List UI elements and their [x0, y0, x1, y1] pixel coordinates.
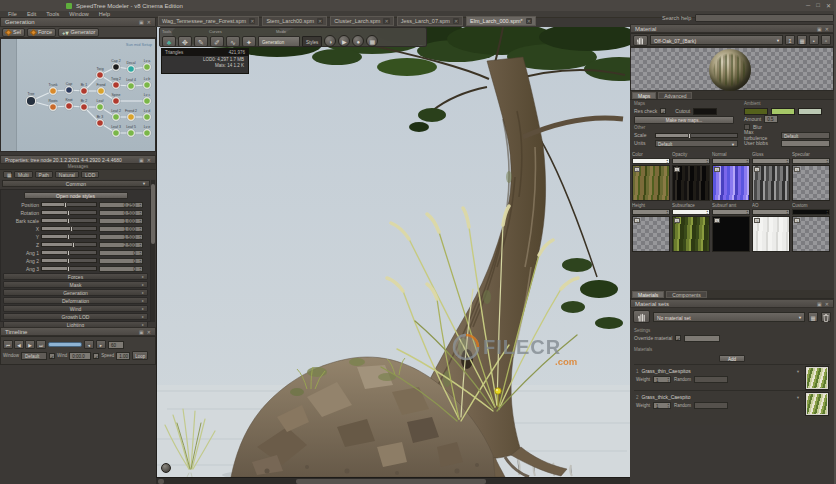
play-button[interactable]: ▶: [25, 340, 35, 349]
new-material-icon[interactable]: ▪: [809, 35, 819, 45]
search-help-input[interactable]: [695, 14, 834, 22]
grid-icon[interactable]: ▦: [797, 35, 807, 45]
property-value-field[interactable]: 0▴▾: [99, 258, 143, 264]
property-value-field[interactable]: 0▴▾: [99, 250, 143, 256]
generator-node[interactable]: Leaf 5: [126, 125, 136, 137]
properties-group-dropdown[interactable]: Common▼: [2, 180, 150, 187]
ambient-color-swatch[interactable]: [771, 108, 795, 115]
viewport-scrollbar[interactable]: [156, 477, 630, 484]
units-dropdown[interactable]: Default▼: [655, 140, 738, 147]
material-item-name[interactable]: Grass_thin_Caespitos: [642, 368, 691, 374]
random-field[interactable]: [694, 376, 728, 383]
generator-node[interactable]: Knot: [65, 98, 73, 110]
wind-checkbox[interactable]: ✓: [49, 353, 55, 359]
edit-map-icon[interactable]: ✎: [634, 167, 640, 172]
show-tree-button[interactable]: ♣: [162, 36, 176, 47]
property-value-field[interactable]: 0.500▴▾: [99, 210, 143, 216]
document-tab[interactable]: Wag_Tennessee_rare_Forest.spm✕: [158, 16, 259, 26]
map-source-selector[interactable]: ▴▾: [672, 209, 710, 215]
generator-node[interactable]: Br 3: [96, 115, 104, 127]
property-slider[interactable]: [41, 202, 97, 207]
map-thumbnail-height[interactable]: ✎: [632, 216, 670, 252]
generator-node[interactable]: Frond 2: [125, 109, 137, 121]
map-source-selector[interactable]: ▴▾: [792, 209, 830, 215]
map-source-selector[interactable]: ▴▾: [752, 209, 790, 215]
document-tab[interactable]: Cluster_Larch.spm✕: [330, 16, 393, 26]
weight-field[interactable]: 1▴▾: [653, 402, 671, 409]
speed-checkbox[interactable]: ✓: [93, 353, 99, 359]
generator-node[interactable]: Leaf 3: [111, 125, 121, 137]
property-group-wind[interactable]: Wind▸: [3, 305, 148, 312]
grid-view-tab[interactable]: ▦: [3, 171, 12, 178]
make-maps-button[interactable]: Make new maps...: [634, 116, 734, 124]
generator-node[interactable]: Leaf: [96, 99, 104, 111]
generator-node[interactable]: Lv c: [143, 93, 151, 105]
edit-map-icon[interactable]: ✎: [674, 167, 680, 172]
map-thumbnail-gloss[interactable]: ✎: [752, 165, 790, 201]
map-thumbnail-specular[interactable]: ✎: [792, 165, 830, 201]
maximize-button[interactable]: □: [816, 2, 820, 9]
close-panel-icon[interactable]: ✕: [147, 157, 151, 163]
dock-icon[interactable]: ▣: [817, 26, 822, 32]
property-value-field[interactable]: 1.000▴▾: [99, 218, 143, 224]
property-slider[interactable]: [41, 250, 97, 255]
window-dropdown[interactable]: Default: [21, 352, 47, 360]
tab-advanced[interactable]: Advanced: [658, 92, 692, 99]
edit-map-icon[interactable]: ✎: [754, 218, 760, 223]
dock-icon[interactable]: ▣: [817, 301, 822, 307]
map-thumbnail-opacity[interactable]: ✎: [672, 165, 710, 201]
tab-close-icon[interactable]: ✕: [526, 18, 532, 24]
material-set-dropdown[interactable]: No material set▼: [653, 312, 805, 322]
pan-tool-button[interactable]: ✥: [178, 36, 192, 47]
map-source-selector[interactable]: ▴▾: [752, 158, 790, 164]
map-source-selector[interactable]: ▴▾: [792, 158, 830, 164]
spline-button[interactable]: ∿: [226, 36, 240, 47]
key-prev-button[interactable]: ◂: [84, 340, 94, 349]
property-slider[interactable]: [41, 218, 97, 223]
dock-icon[interactable]: ▣: [139, 157, 144, 163]
material-item-thumbnail[interactable]: [806, 367, 828, 389]
property-group-deformation[interactable]: Deformation▸: [3, 297, 148, 304]
close-button[interactable]: ✕: [826, 2, 831, 9]
fps-field[interactable]: 60: [108, 341, 124, 349]
map-thumbnail-custom[interactable]: ✎: [792, 216, 830, 252]
map-source-selector[interactable]: ▴▾: [632, 158, 670, 164]
chevron-down-icon[interactable]: ▼: [796, 395, 800, 400]
turbulence-dropdown[interactable]: Default: [781, 132, 830, 139]
map-source-selector[interactable]: ▴▾: [672, 158, 710, 164]
hand-tool-button[interactable]: [633, 35, 648, 46]
material-list-item[interactable]: 2Grass_thick_Caespito▼Weight1▴▾Random: [634, 390, 830, 416]
edit-map-icon[interactable]: ✎: [714, 218, 720, 223]
loop-button[interactable]: Loop: [132, 351, 148, 360]
override-field[interactable]: [684, 335, 720, 342]
tab-materials[interactable]: Materials: [632, 291, 664, 298]
properties-tab-lod[interactable]: LOD: [81, 171, 99, 178]
edit-map-icon[interactable]: ✎: [714, 167, 720, 172]
property-slider[interactable]: [41, 226, 97, 231]
property-value-field[interactable]: 0▴▾: [99, 266, 143, 272]
properties-tab-path[interactable]: Path: [35, 171, 53, 178]
tab-close-icon[interactable]: ✕: [383, 18, 389, 24]
dock-icon[interactable]: ▣: [139, 329, 144, 335]
generator-node[interactable]: Lv b: [143, 77, 151, 89]
properties-tab-natural[interactable]: Natural: [55, 171, 79, 178]
add-material-button[interactable]: Add: [719, 355, 745, 362]
generator-node[interactable]: Br 1: [80, 83, 88, 95]
generator-node[interactable]: Br 2: [80, 99, 88, 111]
random-field[interactable]: [694, 402, 728, 409]
minimize-button[interactable]: ─: [806, 2, 810, 9]
property-group-forces[interactable]: Forces▸: [3, 273, 148, 280]
scrollbar-button[interactable]: [158, 479, 164, 484]
properties-tab-multi[interactable]: Multi: [14, 171, 33, 178]
edit-map-icon[interactable]: ✎: [754, 167, 760, 172]
map-source-selector[interactable]: ▴▾: [712, 158, 750, 164]
scale-slider[interactable]: [655, 133, 738, 138]
user-blobs-field[interactable]: [781, 140, 830, 147]
property-value-field[interactable]: 0.250▴▾: [99, 202, 143, 208]
delete-material-icon[interactable]: ▫: [821, 35, 831, 45]
go-end-button[interactable]: ⏭: [36, 340, 46, 349]
tab-close-icon[interactable]: ✕: [317, 18, 323, 24]
map-thumbnail-color[interactable]: ✎: [632, 165, 670, 201]
material-dropdown[interactable]: Off-Oak_07_(Bark)▼: [650, 35, 783, 45]
ambient-color-swatch[interactable]: [744, 108, 768, 115]
